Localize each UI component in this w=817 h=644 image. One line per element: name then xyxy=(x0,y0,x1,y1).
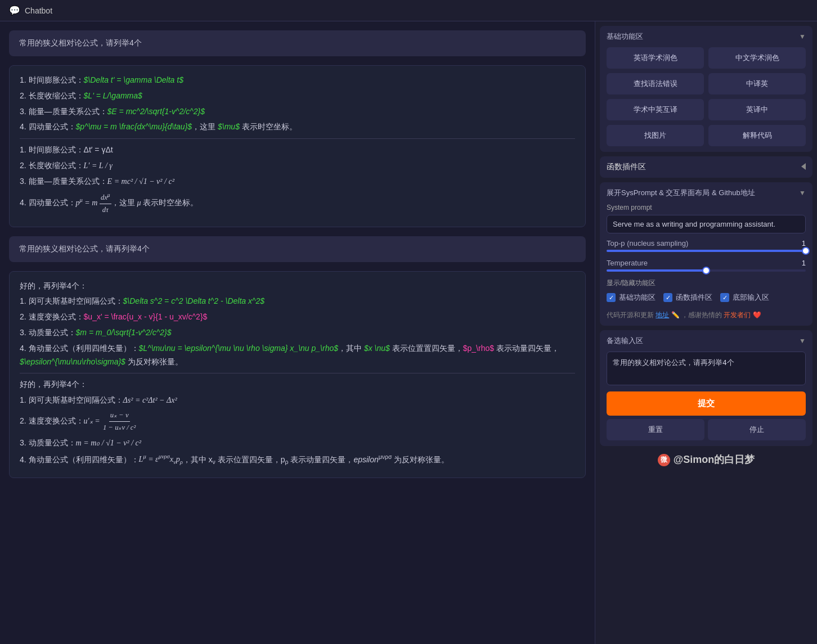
checkbox-basic-func-label: 基础功能区 xyxy=(619,292,656,303)
btn-academic-translate[interactable]: 学术中英互译 xyxy=(607,99,704,120)
main-layout: 常用的狭义相对论公式，请列举4个 1. 时间膨胀公式：$\Delta t' = … xyxy=(0,21,817,644)
checkbox-func-plugin[interactable]: ✓ 函数插件区 xyxy=(663,292,712,303)
checkbox-bottom-input-label: 底部输入区 xyxy=(733,292,769,303)
system-prompt-label: System prompt xyxy=(607,204,806,211)
basic-functions-section: 基础功能区 ▼ 英语学术润色 中文学术润色 查找语法错误 中译英 学术中英互译 … xyxy=(600,26,812,152)
top-p-row: Top-p (nucleus sampling) 1 xyxy=(607,239,806,247)
app-title: Chatbot xyxy=(25,6,52,15)
show-hide-label: 显示/隐藏功能区 xyxy=(607,278,806,288)
assistant-message-1: 1. 时间膨胀公式：$\Delta t' = \gamma \Delta t$ … xyxy=(9,65,586,227)
pencil-icon: ✏️ xyxy=(671,311,680,319)
weibo-icon: 微 xyxy=(658,453,670,466)
app-header: 💬 Chatbot xyxy=(0,0,817,21)
top-p-label: Top-p (nucleus sampling) xyxy=(607,239,688,247)
backup-input-section: 备选输入区 ▼ 常用的狭义相对论公式，请再列举4个 提交 重置 停止 xyxy=(600,330,812,446)
backup-section-title: 备选输入区 xyxy=(607,336,643,346)
backup-textarea[interactable]: 常用的狭义相对论公式，请再列举4个 xyxy=(607,352,806,385)
temperature-value: 1 xyxy=(802,259,806,267)
func-plugin-section: 函数插件区 xyxy=(600,156,812,178)
btn-chinese-academic[interactable]: 中文学术润色 xyxy=(708,47,806,69)
devs-link[interactable]: 开发者们 xyxy=(724,311,751,319)
checkbox-basic-func-icon: ✓ xyxy=(607,293,616,302)
temperature-label: Temperature xyxy=(607,259,648,267)
stop-button[interactable]: 停止 xyxy=(708,419,806,440)
top-p-slider[interactable] xyxy=(607,250,806,252)
show-hide-section: 显示/隐藏功能区 ✓ 基础功能区 ✓ 函数插件区 ✓ 底部输入区 xyxy=(607,278,806,306)
basic-button-grid: 英语学术润色 中文学术润色 查找语法错误 中译英 学术中英互译 英译中 找图片 … xyxy=(607,47,806,146)
btn-zh-to-en[interactable]: 中译英 xyxy=(708,73,806,94)
checkbox-bottom-input[interactable]: ✓ 底部输入区 xyxy=(720,292,769,303)
top-p-value: 1 xyxy=(802,239,806,247)
bottom-buttons: 重置 停止 xyxy=(607,419,806,440)
reset-button[interactable]: 重置 xyxy=(607,419,704,440)
btn-english-academic[interactable]: 英语学术润色 xyxy=(607,47,704,69)
checkbox-basic-func[interactable]: ✓ 基础功能区 xyxy=(607,292,656,303)
watermark-text: @Simon的白日梦 xyxy=(674,453,755,466)
btn-find-image[interactable]: 找图片 xyxy=(607,125,704,146)
btn-en-to-zh[interactable]: 英译中 xyxy=(708,99,806,120)
basic-section-chevron[interactable]: ▼ xyxy=(799,33,806,40)
sysprompt-section-header: 展开SysPrompt & 交互界面布局 & Github地址 ▼ xyxy=(607,188,806,198)
temperature-row: Temperature 1 xyxy=(607,259,806,267)
btn-explain-code[interactable]: 解释代码 xyxy=(708,125,806,146)
backup-section-header: 备选输入区 ▼ xyxy=(607,336,806,346)
basic-section-title: 基础功能区 xyxy=(607,31,643,42)
open-source-text: 代码开源和更新 地址 ✏️ ，感谢热情的 开发者们 ❤️ xyxy=(607,310,806,320)
sysprompt-chevron[interactable]: ▼ xyxy=(799,189,806,197)
sysprompt-section: 展开SysPrompt & 交互界面布局 & Github地址 ▼ System… xyxy=(600,182,812,326)
backup-chevron[interactable]: ▼ xyxy=(799,337,806,345)
submit-button[interactable]: 提交 xyxy=(607,391,806,416)
checkbox-group: ✓ 基础功能区 ✓ 函数插件区 ✓ 底部输入区 xyxy=(607,292,806,306)
func-section-title: 函数插件区 xyxy=(607,162,646,172)
assistant-message-2: 好的，再列举4个： 1. 闵可夫斯基时空间隔公式：$\Delta s^2 = c… xyxy=(9,271,586,478)
right-panel: 基础功能区 ▼ 英语学术润色 中文学术润色 查找语法错误 中译英 学术中英互译 … xyxy=(595,21,817,644)
system-prompt-value[interactable]: Serve me as a writing and programming as… xyxy=(607,215,806,233)
heart-icon: ❤️ xyxy=(753,311,761,319)
btn-grammar-check[interactable]: 查找语法错误 xyxy=(607,73,704,94)
checkbox-bottom-input-icon: ✓ xyxy=(720,293,729,302)
func-section-header: 函数插件区 xyxy=(607,162,806,172)
basic-section-header: 基础功能区 ▼ xyxy=(607,31,806,42)
chat-area[interactable]: 常用的狭义相对论公式，请列举4个 1. 时间膨胀公式：$\Delta t' = … xyxy=(0,21,595,644)
source-link[interactable]: 地址 xyxy=(656,311,669,319)
user-message-2: 常用的狭义相对论公式，请再列举4个 xyxy=(9,236,586,262)
watermark: 微 @Simon的白日梦 xyxy=(600,451,812,469)
func-section-triangle[interactable] xyxy=(801,163,806,172)
temperature-slider[interactable] xyxy=(607,269,806,272)
chatbot-icon: 💬 xyxy=(9,5,20,16)
user-message-1: 常用的狭义相对论公式，请列举4个 xyxy=(9,30,586,56)
checkbox-func-plugin-icon: ✓ xyxy=(663,293,672,302)
checkbox-func-plugin-label: 函数插件区 xyxy=(676,292,712,303)
sysprompt-title: 展开SysPrompt & 交互界面布局 & Github地址 xyxy=(607,188,755,198)
